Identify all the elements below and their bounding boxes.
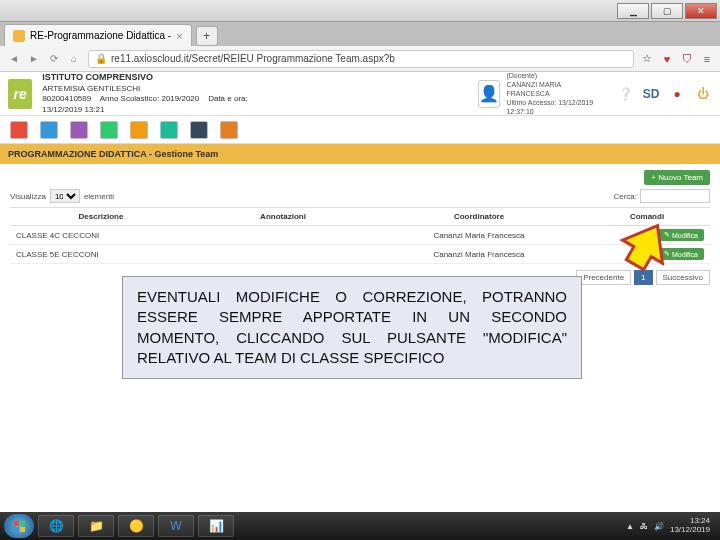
header-icons: ❔ SD ● ⏻ (616, 85, 712, 103)
school-year: Anno Scolastico: 2019/2020 (100, 94, 200, 103)
modify-button[interactable]: ✎Modifica (658, 248, 704, 260)
url-text: re11.axioscloud.it/Secret/REIEU Programm… (111, 53, 395, 64)
start-button[interactable] (4, 514, 34, 538)
browser-tab-bar: RE-Programmazione Didattica - × + (0, 22, 720, 46)
school-name-2: ARTEMISIA GENTILESCHI (42, 84, 260, 94)
app-header: re ISTITUTO COMPRENSIVO ARTEMISIA GENTIL… (0, 72, 720, 116)
table-row: CLASSE 5E CECCONI Cananzi Maria Francesc… (10, 245, 710, 264)
address-bar[interactable]: 🔒 re11.axioscloud.it/Secret/REIEU Progra… (88, 50, 634, 68)
th-desc[interactable]: Descrizione (10, 208, 192, 226)
next-page-button[interactable]: Successivo (656, 270, 710, 285)
cell-ann (192, 245, 374, 264)
tool-icon-6[interactable] (160, 121, 178, 139)
tool-icon-1[interactable] (10, 121, 28, 139)
app-logo: re (8, 79, 32, 109)
help-icon[interactable]: ❔ (616, 85, 634, 103)
cell-coord: Cananzi Maria Francesca (374, 245, 584, 264)
sd-icon[interactable]: SD (642, 85, 660, 103)
logout-icon[interactable]: ⏻ (694, 85, 712, 103)
user-role: (Docente) (506, 71, 598, 80)
bookmark-icon[interactable]: ☆ (640, 52, 654, 66)
task-app[interactable]: 📊 (198, 515, 234, 537)
browser-tab[interactable]: RE-Programmazione Didattica - × (4, 24, 192, 46)
show-suffix: elementi (84, 192, 114, 201)
school-info: ISTITUTO COMPRENSIVO ARTEMISIA GENTILESC… (42, 72, 260, 115)
pocket-icon[interactable]: ♥ (660, 52, 674, 66)
new-tab-button[interactable]: + (196, 26, 218, 46)
cell-desc: CLASSE 5E CECCONI (10, 245, 192, 264)
cell-ann (192, 226, 374, 245)
window-chrome: ▁ ▢ ✕ (0, 0, 720, 22)
prev-page-button[interactable]: Precedente (576, 270, 631, 285)
tool-icon-2[interactable] (40, 121, 58, 139)
breadcrumb: PROGRAMMAZIONE DIDATTICA - Gestione Team (0, 144, 720, 164)
task-chrome[interactable]: 🟡 (118, 515, 154, 537)
task-explorer[interactable]: 📁 (78, 515, 114, 537)
pencil-icon: ✎ (664, 231, 670, 239)
school-name-1: ISTITUTO COMPRENSIVO (42, 72, 260, 84)
search-input[interactable] (640, 189, 710, 203)
cell-desc: CLASSE 4C CECCONI (10, 226, 192, 245)
avatar-icon: 👤 (478, 80, 500, 108)
show-label: Visualizza (10, 192, 46, 201)
lock-icon: 🔒 (95, 53, 107, 64)
tool-icon-5[interactable] (130, 121, 148, 139)
close-button[interactable]: ✕ (685, 3, 717, 19)
search-label: Cerca: (613, 192, 637, 201)
modify-button[interactable]: ✎Modifica (658, 229, 704, 241)
annotation-box: EVENTUALI MODIFICHE O CORREZIONE, POTRAN… (122, 276, 582, 379)
task-word[interactable]: W (158, 515, 194, 537)
clock[interactable]: 13:24 13/12/2019 (670, 517, 710, 535)
browser-toolbar: ◄ ► ⟳ ⌂ 🔒 re11.axioscloud.it/Secret/REIE… (0, 46, 720, 72)
tool-icon-3[interactable] (70, 121, 88, 139)
tray-volume-icon[interactable]: 🔊 (654, 522, 664, 531)
table-row: CLASSE 4C CECCONI Cananzi Maria Francesc… (10, 226, 710, 245)
windows-logo-icon (14, 521, 25, 532)
tab-title: RE-Programmazione Didattica - (30, 30, 171, 41)
home-button[interactable]: ⌂ (66, 51, 82, 67)
tray-network-icon[interactable]: 🖧 (640, 522, 648, 531)
shield-icon[interactable]: ⛉ (680, 52, 694, 66)
clock-date: 13/12/2019 (670, 526, 710, 535)
minimize-button[interactable]: ▁ (617, 3, 649, 19)
show-select[interactable]: 10 (50, 189, 80, 203)
toolbar-row (0, 116, 720, 144)
taskbar: 🌐 📁 🟡 W 📊 ▲ 🖧 🔊 13:24 13/12/2019 (0, 512, 720, 540)
tool-icon-4[interactable] (100, 121, 118, 139)
favicon-icon (13, 30, 25, 42)
tray-flag-icon[interactable]: ▲ (626, 522, 634, 531)
system-tray: ▲ 🖧 🔊 13:24 13/12/2019 (626, 517, 716, 535)
reload-button[interactable]: ⟳ (46, 51, 62, 67)
tab-close-icon[interactable]: × (176, 30, 182, 42)
cell-coord: Cananzi Maria Francesca (374, 226, 584, 245)
back-button[interactable]: ◄ (6, 51, 22, 67)
user-name: CANANZI MARIA FRANCESCA (506, 80, 598, 98)
school-code: 80200410589 (42, 94, 91, 103)
page-1-button[interactable]: 1 (634, 270, 652, 285)
tool-icon-8[interactable] (220, 121, 238, 139)
last-access: Ultimo Accesso: 13/12/2019 12:37:10 (506, 98, 598, 116)
pencil-icon: ✎ (664, 250, 670, 258)
user-box: 👤 (Docente) CANANZI MARIA FRANCESCA Ulti… (470, 77, 606, 111)
th-cmd[interactable]: Comandi (584, 208, 710, 226)
menu-icon[interactable]: ≡ (700, 52, 714, 66)
th-ann[interactable]: Annotazioni (192, 208, 374, 226)
new-team-button[interactable]: + Nuovo Team (644, 170, 710, 185)
th-coord[interactable]: Coordinatore (374, 208, 584, 226)
tool-icon-7[interactable] (190, 121, 208, 139)
forward-button[interactable]: ► (26, 51, 42, 67)
maximize-button[interactable]: ▢ (651, 3, 683, 19)
task-ie[interactable]: 🌐 (38, 515, 74, 537)
team-table: Descrizione Annotazioni Coordinatore Com… (10, 207, 710, 264)
notif-icon[interactable]: ● (668, 85, 686, 103)
content-area: + Nuovo Team Visualizza 10 elementi Cerc… (0, 164, 720, 291)
